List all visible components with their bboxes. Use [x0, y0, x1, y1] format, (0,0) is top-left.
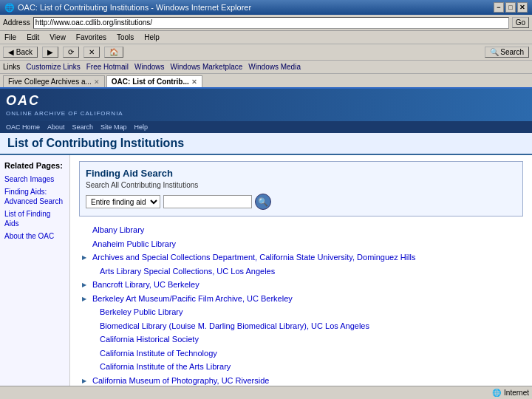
menu-file[interactable]: File [3, 33, 18, 41]
main-layout: Related Pages: Search Images Finding Aid… [0, 155, 532, 399]
toolbar: ◀ Back ▶ ⟳ ✕ 🏠 🔍 Search [0, 44, 532, 61]
sidebar: Related Pages: Search Images Finding Aid… [0, 155, 70, 399]
home-button[interactable]: 🏠 [104, 47, 123, 58]
tab-label-active: OAC: List of Contrib... [112, 78, 189, 86]
forward-button[interactable]: ▶ [42, 47, 58, 58]
menu-bar: File Edit View Favorites Tools Help [0, 31, 532, 44]
list-item: Arts Library Special Collections, UC Los… [79, 265, 523, 278]
menu-favorites[interactable]: Favorites [75, 33, 108, 41]
internet-icon: 🌐 [492, 389, 501, 397]
title-bar: 🌐 OAC: List of Contributing Institutions… [0, 0, 532, 15]
list-item: Biomedical Library (Louise M. Darling Bi… [79, 320, 523, 332]
institution-list: Albany Library Anaheim Public Library Ar… [79, 224, 523, 399]
inst-link-ca-museum-photo[interactable]: California Museum of Photography, [92, 376, 219, 385]
page-title-bar: List of Contributing Institutions [0, 133, 532, 155]
list-item: Archives and Special Collections Departm… [79, 251, 523, 264]
oac-logo: OAC [6, 93, 117, 109]
sidebar-link-about[interactable]: About the OAC [4, 231, 65, 241]
page-title: List of Contributing Institutions [7, 137, 184, 150]
sidebar-link-list-aids[interactable]: List of Finding Aids [4, 209, 65, 228]
link-hotmail[interactable]: Free Hotmail [86, 63, 129, 71]
oac-subtitle: ONLINE ARCHIVE OF CALIFORNIA [6, 110, 123, 117]
link-windows[interactable]: Windows [134, 63, 165, 71]
list-item: Anaheim Public Library [79, 238, 523, 250]
sidebar-heading: Related Pages: [4, 161, 65, 170]
internet-label: Internet [504, 389, 529, 397]
search-button-toolbar[interactable]: 🔍 Search [485, 47, 529, 58]
search-input[interactable] [163, 195, 252, 208]
title-bar-text: OAC: List of Contributing Institutions -… [18, 3, 251, 12]
search-go-button[interactable]: 🔍 [255, 194, 271, 210]
tab-close-active-icon[interactable]: ✕ [191, 78, 197, 86]
oac-header: OAC ONLINE ARCHIVE OF CALIFORNIA OAC Hom… [0, 89, 532, 133]
oac-nav: OAC Home About Search Site Map Help [0, 121, 532, 133]
go-button[interactable]: Go [512, 17, 529, 28]
links-bar: Links Customize Links Free Hotmail Windo… [0, 61, 532, 74]
stop-button[interactable]: ✕ [83, 47, 100, 58]
search-go-icon: 🔍 [258, 197, 268, 207]
address-label: Address [3, 18, 30, 27]
menu-view[interactable]: View [48, 33, 67, 41]
inst-link-biomedical[interactable]: Biomedical Library (Louise M. Darling Bi… [100, 321, 369, 330]
link-customize[interactable]: Customize Links [26, 63, 80, 71]
inst-link-berkeley-public[interactable]: Berkeley Public Library [100, 307, 183, 316]
search-box: Finding Aid Search Search All Contributi… [79, 161, 523, 216]
inst-link-ucr[interactable]: UC Riverside [222, 376, 270, 385]
inst-link-berkeley-art[interactable]: Berkeley Art Museum/Pacific Film Archive… [92, 294, 293, 303]
inst-link-archives-special[interactable]: Archives and Special Collections Departm… [92, 253, 257, 262]
tabs-bar: Five College Archives a... ✕ OAC: List o… [0, 74, 532, 89]
tab-oac-list[interactable]: OAC: List of Contrib... ✕ [106, 75, 202, 87]
menu-tools[interactable]: Tools [115, 33, 135, 41]
maximize-button[interactable]: □ [505, 2, 516, 13]
tab-close-icon[interactable]: ✕ [94, 78, 100, 86]
status-internet: 🌐 Internet [492, 389, 529, 397]
links-label: Links [3, 63, 20, 71]
search-dropdown[interactable]: Entire finding aid [86, 195, 160, 208]
list-item: California Institute of Technology [79, 347, 523, 360]
oac-nav-home[interactable]: OAC Home [6, 123, 40, 131]
oac-nav-help[interactable]: Help [134, 123, 149, 131]
content-area: Finding Aid Search Search All Contributi… [70, 155, 532, 399]
oac-nav-sitemap[interactable]: Site Map [100, 123, 127, 131]
search-subtitle: Search All Contributing Institutions [86, 181, 516, 189]
close-button[interactable]: ✕ [517, 2, 528, 13]
address-input[interactable] [33, 17, 509, 29]
list-item: California Institute of the Arts Library [79, 361, 523, 373]
inst-link-ca-tech[interactable]: California Institute of Technology [100, 349, 217, 358]
list-item: Albany Library [79, 224, 523, 236]
link-media[interactable]: Windows Media [248, 63, 301, 71]
link-marketplace[interactable]: Windows Marketplace [171, 63, 243, 71]
sidebar-link-finding-aids[interactable]: Finding Aids: Advanced Search [4, 187, 65, 206]
tab-five-college[interactable]: Five College Archives a... ✕ [3, 75, 105, 87]
status-bar: 🌐 Internet [0, 386, 532, 399]
inst-link-ca-historical[interactable]: California Historical Society [100, 335, 199, 344]
oac-nav-search[interactable]: Search [72, 123, 94, 131]
sidebar-link-search-images[interactable]: Search Images [4, 174, 65, 184]
inst-link-albany[interactable]: Albany Library [92, 225, 144, 234]
search-row: Entire finding aid 🔍 [86, 194, 516, 210]
back-button[interactable]: ◀ Back [3, 47, 38, 58]
minimize-button[interactable]: − [494, 2, 504, 13]
list-item: California Museum of Photography, UC Riv… [79, 375, 523, 387]
oac-nav-about[interactable]: About [47, 123, 65, 131]
inst-link-bancroft[interactable]: Bancroft Library, UC Berkeley [92, 280, 200, 289]
refresh-button[interactable]: ⟳ [63, 47, 79, 58]
list-item: Berkeley Art Museum/Pacific Film Archive… [79, 293, 523, 305]
address-bar: Address Go [0, 15, 532, 31]
title-bar-icon: 🌐 [4, 3, 15, 13]
list-item: California Historical Society [79, 333, 523, 346]
tab-label: Five College Archives a... [8, 78, 92, 86]
oac-logo-row: OAC ONLINE ARCHIVE OF CALIFORNIA [0, 89, 532, 121]
menu-help[interactable]: Help [143, 33, 161, 41]
menu-edit[interactable]: Edit [25, 33, 41, 41]
inst-link-anaheim[interactable]: Anaheim Public Library [92, 239, 176, 248]
inst-link-ca-arts[interactable]: California Institute of the Arts Library [100, 362, 231, 371]
list-item: Berkeley Public Library [79, 306, 523, 318]
inst-link-csudh[interactable]: California State University, Dominguez H… [259, 253, 415, 262]
search-title: Finding Aid Search [86, 168, 516, 179]
inst-link-arts-library[interactable]: Arts Library Special Collections, UC Los… [100, 267, 275, 276]
list-item: Bancroft Library, UC Berkeley [79, 279, 523, 291]
